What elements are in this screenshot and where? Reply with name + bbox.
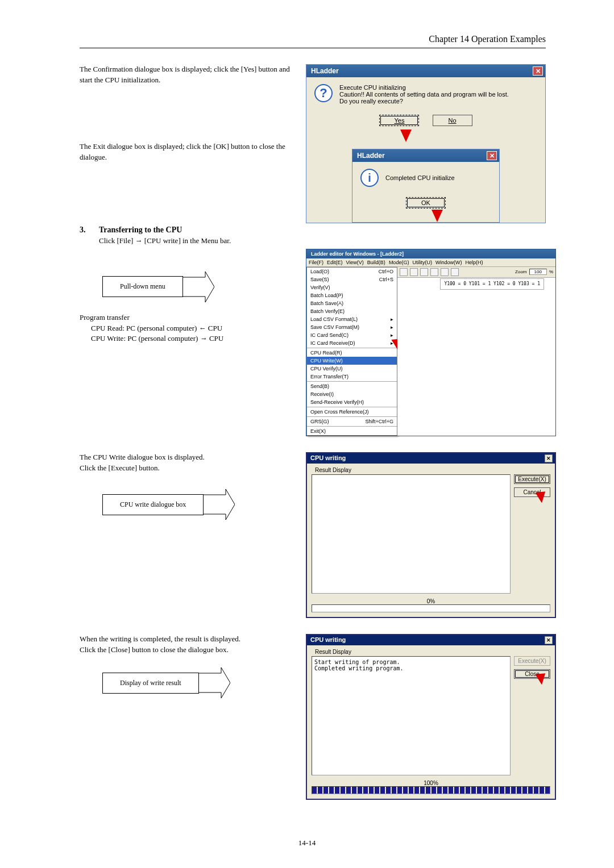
menu-item: Save CSV Format(M)▸ xyxy=(307,323,397,331)
menu-item: GRS(G)Shift+Ctrl+G xyxy=(307,418,397,425)
program-transfer-heading: Program transfer xyxy=(80,312,296,323)
menu-item: CPU Verify(U) xyxy=(307,365,397,373)
para-cpu-write-b: Click the [Execute] button. xyxy=(80,463,296,474)
para-confirm: The Confirmation dialogue box is display… xyxy=(80,64,296,86)
menu-item: Load CSV Format(L)▸ xyxy=(307,315,397,323)
dialog-title: CPU writing xyxy=(310,454,346,462)
yes-button[interactable]: Yes xyxy=(379,115,419,126)
callout-pulldown: Pull-down menu xyxy=(102,276,183,297)
para-exit: The Exit dialogue box is displayed; clic… xyxy=(80,141,296,163)
done-msg: Completed CPU initialize xyxy=(385,174,455,181)
menu-item-cpu-write: CPU Write(W) xyxy=(307,357,397,365)
menu-item: Send-Receive Verify(H) xyxy=(307,398,397,406)
file-menu[interactable]: Load(O)Ctrl+O Save(S)Ctrl+S Verify(V) Ba… xyxy=(306,267,397,436)
step-number: 3. xyxy=(80,226,89,245)
toolbar[interactable]: Zoom 100 % xyxy=(397,267,555,278)
menu-item: Batch Load(P) xyxy=(307,291,397,299)
progress-label: 100% xyxy=(312,780,550,786)
pointer-icon xyxy=(203,489,235,520)
progress-bar xyxy=(312,786,550,794)
para-write-done-a: When the writing is completed, the resul… xyxy=(80,634,296,645)
menu-item: Receive(I) xyxy=(307,390,397,398)
menu-item: Batch Save(A) xyxy=(307,299,397,307)
tab-result[interactable]: Result Display xyxy=(312,648,550,656)
menu-item: IC Card Send(C)▸ xyxy=(307,331,397,339)
menu-item: CPU Read(R) xyxy=(307,349,397,357)
menu-item: Open Cross Reference(J) xyxy=(307,408,397,416)
ladder-values: Y100 = 0 Y101 = 1 Y102 = 0 Y103 = 1 xyxy=(440,278,544,290)
tab-result[interactable]: Result Display xyxy=(312,466,550,474)
ladder-editor-window: Ladder editor for Windows - [Ladder2] Fi… xyxy=(306,249,556,436)
program-transfer-line: CPU Read: PC (personal computer) ← CPU xyxy=(80,323,296,334)
arrow-icon xyxy=(400,130,412,142)
confirm-line1: Execute CPU initializing xyxy=(339,84,509,91)
ok-button[interactable]: OK xyxy=(406,197,446,208)
app-title: Ladder editor for Windows - [Ladder2] xyxy=(311,251,404,257)
callout-cpu-write: CPU write dialogue box xyxy=(102,494,204,515)
page-number: 14-14 xyxy=(0,838,614,848)
cursor-icon xyxy=(537,674,550,690)
progress-label: 0% xyxy=(312,598,550,604)
close-icon[interactable]: ✕ xyxy=(545,454,553,462)
menu-item: Load(O)Ctrl+O xyxy=(307,268,397,276)
arrow-icon xyxy=(432,210,443,222)
menubar[interactable]: File(F)Edit(E)View(V)Build(B)Mode(G)Util… xyxy=(306,258,555,267)
question-icon: ? xyxy=(314,84,333,102)
program-transfer-line: CPU Write: PC (personal computer) → CPU xyxy=(80,333,296,344)
menu-item: Exit(X) xyxy=(307,427,397,435)
close-icon[interactable]: ✕ xyxy=(533,66,543,76)
confirm-line2: Caution!! All contents of setting data a… xyxy=(339,91,509,98)
menu-item: Send(B) xyxy=(307,382,397,390)
chapter-header: Chapter 14 Operation Examples xyxy=(80,34,546,48)
menu-item: Verify(V) xyxy=(307,283,397,291)
progress-bar xyxy=(312,604,550,612)
menu-item: Batch Verify(E) xyxy=(307,307,397,315)
menu-item: IC Card Receive(D)▸ xyxy=(307,339,397,347)
step-body: Click [File] → [CPU write] in the Menu b… xyxy=(99,236,231,245)
dialog-title: CPU writing xyxy=(310,636,346,644)
menu-item: Save(S)Ctrl+S xyxy=(307,276,397,283)
dialog-title: HLadder xyxy=(311,67,339,75)
confirm-line3: Do you really execute? xyxy=(339,98,509,105)
menu-item: Error Transfer(T) xyxy=(307,373,397,381)
result-area: Start writing of program. Completed writ… xyxy=(312,656,511,775)
result-area xyxy=(312,474,511,594)
info-icon: i xyxy=(360,169,379,187)
pointer-icon xyxy=(182,272,214,302)
step-title: Transferring to the CPU xyxy=(99,226,231,235)
para-write-done-b: Click the [Close] button to close the di… xyxy=(80,645,296,656)
cpu-writing-dialog-done: CPU writing ✕ Result Display Start writi… xyxy=(306,634,556,800)
cpu-writing-dialog: CPU writing ✕ Result Display Execute(X) … xyxy=(306,452,556,618)
callout-write-result: Display of write result xyxy=(102,673,199,694)
execute-button: Execute(X) xyxy=(514,656,550,666)
execute-button[interactable]: Execute(X) xyxy=(514,474,550,484)
close-icon[interactable]: ✕ xyxy=(545,636,553,644)
cursor-icon xyxy=(537,493,550,508)
no-button[interactable]: No xyxy=(433,115,472,126)
pointer-icon xyxy=(198,667,230,698)
para-cpu-write-a: The CPU Write dialogue box is displayed. xyxy=(80,452,296,463)
